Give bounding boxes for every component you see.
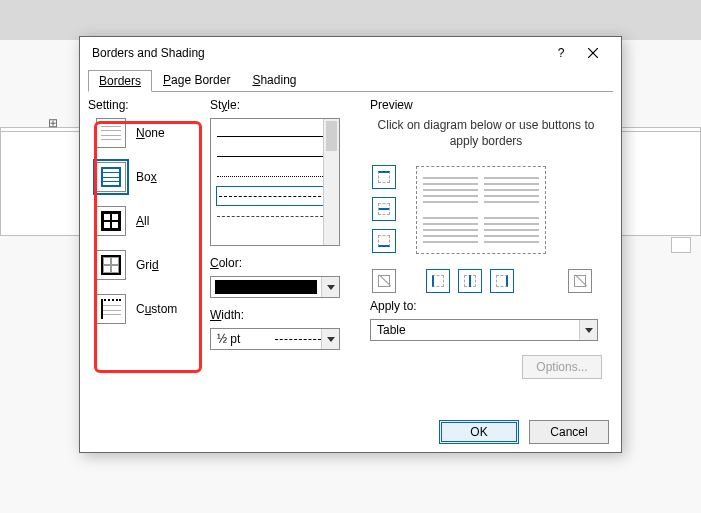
chevron-down-icon [579,320,597,340]
setting-none[interactable]: None [96,118,204,148]
style-column: Style: Color: Width: ½ pt [210,98,360,350]
tab-borders[interactable]: Borders [88,70,152,92]
border-top-button[interactable] [372,165,396,189]
apply-label: Apply to: [370,299,602,313]
tab-strip: Borders Page Border Shading [88,69,613,92]
options-button: Options... [522,355,602,379]
all-icon [96,206,126,236]
grid-icon [96,250,126,280]
dialog-title: Borders and Shading [92,46,545,60]
setting-all-label: All [136,214,149,228]
color-combo[interactable] [210,276,340,298]
ok-button[interactable]: OK [439,420,519,444]
chevron-down-icon [321,329,339,349]
apply-to-combo[interactable]: Table [370,319,598,341]
color-label: Color: [210,256,360,270]
tab-content: Setting: None Box All Grid Custom [80,92,621,412]
cancel-button[interactable]: Cancel [529,420,609,444]
setting-grid-label: Grid [136,258,159,272]
setting-custom-label: Custom [136,302,177,316]
setting-box-label: Box [136,170,157,184]
tab-shading[interactable]: Shading [241,69,307,91]
border-left-button[interactable] [426,269,450,293]
setting-all[interactable]: All [96,206,204,236]
annotation-highlight [94,121,202,373]
titlebar: Borders and Shading ? [80,37,621,69]
close-button[interactable] [577,37,609,69]
width-label: Width: [210,308,360,322]
preview-diagram[interactable] [416,166,546,254]
apply-row: Apply to: Table [370,299,602,341]
style-scrollbar[interactable] [323,119,339,245]
border-mid-h-button[interactable] [372,197,396,221]
setting-none-label: None [136,126,165,140]
style-option-dash-small[interactable] [217,207,333,225]
style-option-dots[interactable] [217,167,333,185]
chevron-down-icon [321,277,339,297]
color-swatch [215,280,317,294]
setting-box[interactable]: Box [96,162,204,192]
preview-column: Preview Click on diagram below or use bu… [370,98,602,341]
setting-grid[interactable]: Grid [96,250,204,280]
style-label: Style: [210,98,360,112]
dialog-footer: OK Cancel [80,412,621,452]
custom-icon [96,294,126,324]
close-icon [588,48,598,58]
border-mid-v-button[interactable] [458,269,482,293]
scrollbar-thumb[interactable] [326,121,337,151]
tab-page-border[interactable]: Page Border [152,69,241,91]
help-button[interactable]: ? [545,37,577,69]
border-right-button[interactable] [490,269,514,293]
border-diag-up-button[interactable] [568,269,592,293]
preview-hint: Click on diagram below or use buttons to… [370,118,602,149]
style-listbox[interactable] [210,118,340,246]
border-bottom-button[interactable] [372,229,396,253]
table-anchor-icon[interactable] [47,117,59,129]
setting-label: Setting: [88,98,204,112]
width-preview-line [275,339,321,340]
borders-shading-dialog: Borders and Shading ? Borders Page Borde… [79,36,622,453]
setting-column: Setting: None Box All Grid Custom [88,98,204,338]
preview-label: Preview [370,98,602,112]
setting-custom[interactable]: Custom [96,294,204,324]
style-option-solid[interactable] [217,127,333,145]
width-combo[interactable]: ½ pt [210,328,340,350]
none-icon [96,118,126,148]
style-option-thin[interactable] [217,147,333,165]
width-value: ½ pt [211,332,269,346]
box-icon [96,162,126,192]
border-diag-down-button[interactable] [372,269,396,293]
apply-to-value: Table [371,323,579,337]
style-option-dash[interactable] [217,187,333,205]
preview-area [370,161,602,291]
